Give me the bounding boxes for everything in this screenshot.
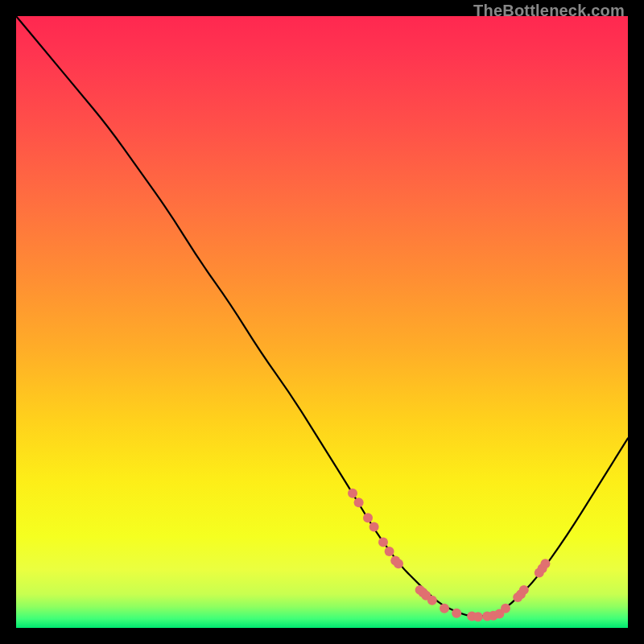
data-marker — [354, 497, 364, 507]
gradient-background — [16, 16, 628, 628]
data-marker — [385, 547, 394, 556]
data-marker — [440, 604, 449, 613]
data-marker — [363, 513, 373, 522]
data-marker — [519, 585, 529, 595]
data-marker — [348, 489, 357, 498]
bottleneck-curve-chart — [16, 16, 628, 628]
data-marker — [427, 596, 437, 605]
data-marker — [473, 612, 483, 621]
data-marker — [452, 609, 461, 618]
data-marker — [369, 522, 379, 532]
data-marker — [501, 604, 510, 613]
data-marker — [394, 559, 403, 568]
data-marker — [378, 538, 388, 547]
chart-plot-area — [16, 16, 628, 628]
watermark-text: TheBottleneck.com — [473, 2, 625, 20]
data-marker — [540, 559, 550, 568]
